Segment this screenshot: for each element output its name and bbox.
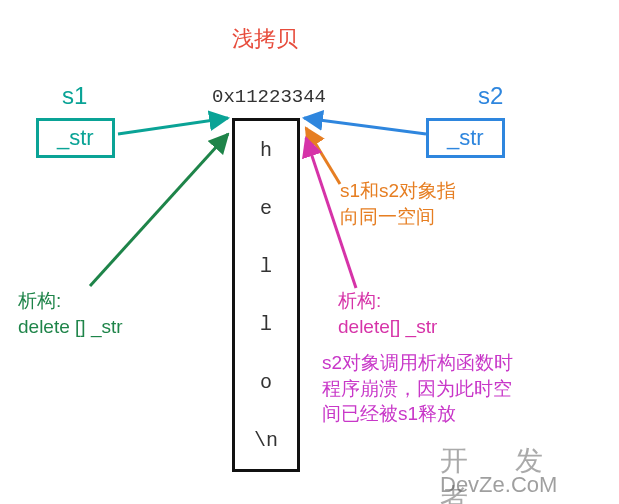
s1-member-box: _str xyxy=(36,118,115,158)
annotation-destructor-s2: 析构: delete[] _str xyxy=(338,288,437,339)
memory-address: 0x11223344 xyxy=(212,86,326,108)
annotation-crash: s2对象调用析构函数时 程序崩溃，因为此时空 间已经被s1释放 xyxy=(322,350,552,427)
annotation-same-space: s1和s2对象指 向同一空间 xyxy=(340,178,456,229)
mem-cell: l xyxy=(235,237,297,295)
annotation-destructor-s1: 析构: delete [] _str xyxy=(18,288,123,339)
text-line: 析构: xyxy=(18,288,123,314)
text-line: 向同一空间 xyxy=(340,204,456,230)
text-line: 间已经被s1释放 xyxy=(322,401,552,427)
text-line: delete [] _str xyxy=(18,314,123,340)
text-line: s2对象调用析构函数时 xyxy=(322,350,552,376)
memory-block: h e l l o \n xyxy=(232,118,300,472)
mem-cell: o xyxy=(235,353,297,411)
s2-name: s2 xyxy=(478,82,503,110)
arrow-s1-to-mem xyxy=(118,118,228,134)
text-line: s1和s2对象指 xyxy=(340,178,456,204)
mem-cell: e xyxy=(235,179,297,237)
mem-cell: \n xyxy=(235,411,297,469)
arrow-same-space xyxy=(306,128,340,184)
arrow-layer xyxy=(0,0,619,504)
watermark-line2: DevZe.CoM xyxy=(440,472,557,498)
s1-name: s1 xyxy=(62,82,87,110)
mem-cell: l xyxy=(235,295,297,353)
text-line: 析构: xyxy=(338,288,437,314)
text-line: 程序崩溃，因为此时空 xyxy=(322,376,552,402)
diagram-title: 浅拷贝 xyxy=(232,24,298,54)
s2-member-box: _str xyxy=(426,118,505,158)
mem-cell: h xyxy=(235,121,297,179)
text-line: delete[] _str xyxy=(338,314,437,340)
arrow-s2-to-mem xyxy=(304,118,426,134)
